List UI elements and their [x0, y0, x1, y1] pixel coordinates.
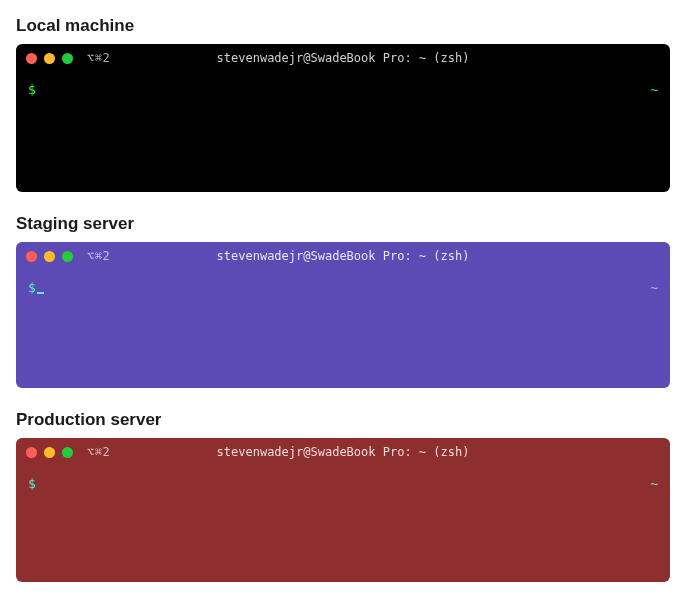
close-icon[interactable] — [26, 447, 37, 458]
tab-shortcut: ⌥⌘2 — [87, 445, 110, 459]
maximize-icon[interactable] — [62, 251, 73, 262]
path-indicator: ~ — [650, 280, 658, 295]
window-title: stevenwadejr@SwadeBook Pro: ~ (zsh) — [217, 249, 470, 263]
close-icon[interactable] — [26, 251, 37, 262]
traffic-lights — [26, 447, 73, 458]
terminal-production: ⌥⌘2 stevenwadejr@SwadeBook Pro: ~ (zsh) … — [16, 438, 670, 582]
terminal-body[interactable]: $ ~ — [16, 72, 670, 192]
minimize-icon[interactable] — [44, 53, 55, 64]
terminal-body[interactable]: $ ~ — [16, 466, 670, 582]
terminal-staging: ⌥⌘2 stevenwadejr@SwadeBook Pro: ~ (zsh) … — [16, 242, 670, 388]
maximize-icon[interactable] — [62, 447, 73, 458]
traffic-lights — [26, 53, 73, 64]
section-local-machine: Local machine ⌥⌘2 stevenwadejr@SwadeBook… — [16, 16, 670, 192]
window-title: stevenwadejr@SwadeBook Pro: ~ (zsh) — [217, 445, 470, 459]
cursor-icon — [37, 292, 44, 294]
window-titlebar: ⌥⌘2 stevenwadejr@SwadeBook Pro: ~ (zsh) — [16, 44, 670, 72]
path-indicator: ~ — [650, 476, 658, 491]
section-staging-server: Staging server ⌥⌘2 stevenwadejr@SwadeBoo… — [16, 214, 670, 388]
section-title: Staging server — [16, 214, 670, 234]
section-production-server: Production server ⌥⌘2 stevenwadejr@Swade… — [16, 410, 670, 582]
section-title: Production server — [16, 410, 670, 430]
traffic-lights — [26, 251, 73, 262]
tab-shortcut: ⌥⌘2 — [87, 51, 110, 65]
close-icon[interactable] — [26, 53, 37, 64]
window-titlebar: ⌥⌘2 stevenwadejr@SwadeBook Pro: ~ (zsh) — [16, 438, 670, 466]
window-title: stevenwadejr@SwadeBook Pro: ~ (zsh) — [217, 51, 470, 65]
terminal-body[interactable]: $ ~ — [16, 270, 670, 388]
section-title: Local machine — [16, 16, 670, 36]
shell-prompt: $ — [28, 82, 36, 97]
minimize-icon[interactable] — [44, 447, 55, 458]
path-indicator: ~ — [650, 82, 658, 97]
shell-prompt: $ — [28, 476, 36, 491]
window-titlebar: ⌥⌘2 stevenwadejr@SwadeBook Pro: ~ (zsh) — [16, 242, 670, 270]
minimize-icon[interactable] — [44, 251, 55, 262]
terminal-local: ⌥⌘2 stevenwadejr@SwadeBook Pro: ~ (zsh) … — [16, 44, 670, 192]
shell-prompt: $ — [28, 280, 36, 295]
tab-shortcut: ⌥⌘2 — [87, 249, 110, 263]
maximize-icon[interactable] — [62, 53, 73, 64]
